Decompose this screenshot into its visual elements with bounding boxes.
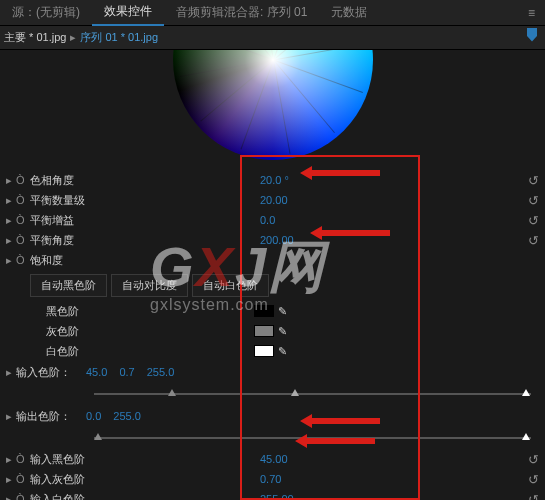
input-black-label: 输入黑色阶 (30, 452, 260, 467)
stopwatch-icon[interactable]: Ò (16, 214, 30, 226)
tab-effect-controls[interactable]: 效果控件 (92, 0, 164, 26)
expand-icon[interactable]: ▸ (6, 214, 16, 227)
expand-icon[interactable]: ▸ (6, 493, 16, 501)
input-level-white[interactable]: 255.0 (147, 366, 175, 378)
expand-icon[interactable]: ▸ (6, 473, 16, 486)
expand-icon[interactable]: ▸ (6, 410, 16, 423)
tab-audio-mixer[interactable]: 音频剪辑混合器: 序列 01 (164, 0, 319, 25)
input-black-value[interactable]: 45.00 (260, 453, 340, 465)
expand-icon[interactable]: ▸ (6, 366, 16, 379)
reset-icon[interactable]: ↺ (528, 472, 539, 487)
output-levels-slider[interactable] (94, 437, 531, 439)
reset-icon[interactable]: ↺ (528, 173, 539, 188)
swatch-gray[interactable] (254, 325, 274, 337)
output-level-low[interactable]: 0.0 (86, 410, 101, 422)
swatch-gray-label: 灰色阶 (46, 324, 254, 339)
stopwatch-icon[interactable]: Ò (16, 174, 30, 186)
stopwatch-icon[interactable]: Ò (16, 194, 30, 206)
auto-white-button[interactable]: 自动白色阶 (192, 274, 269, 297)
param-hue-angle-value[interactable]: 20.0 ° (260, 174, 340, 186)
reset-icon[interactable]: ↺ (528, 492, 539, 501)
reset-icon[interactable]: ↺ (528, 452, 539, 467)
breadcrumb-main: 主要 * 01.jpg (4, 30, 66, 45)
param-balance-gain-label: 平衡增益 (30, 213, 260, 228)
reset-icon[interactable]: ↺ (528, 233, 539, 248)
reset-icon[interactable]: ↺ (528, 213, 539, 228)
tab-source[interactable]: 源：(无剪辑) (0, 0, 92, 25)
input-white-label: 输入白色阶 (30, 492, 260, 501)
breadcrumb: 主要 * 01.jpg ▸ 序列 01 * 01.jpg (0, 26, 545, 50)
input-gray-value[interactable]: 0.70 (260, 473, 340, 485)
color-wheel[interactable] (6, 50, 539, 170)
timeline-playhead[interactable] (485, 26, 545, 50)
chevron-icon: ▸ (70, 31, 76, 44)
input-levels-label: 输入色阶： (16, 365, 86, 380)
swatch-black[interactable] (254, 305, 274, 317)
input-levels-slider[interactable] (94, 393, 531, 395)
expand-icon[interactable]: ▸ (6, 174, 16, 187)
output-level-high[interactable]: 255.0 (113, 410, 141, 422)
stopwatch-icon[interactable]: Ò (16, 493, 30, 500)
expand-icon[interactable]: ▸ (6, 194, 16, 207)
tab-metadata[interactable]: 元数据 (319, 0, 379, 25)
expand-icon[interactable]: ▸ (6, 453, 16, 466)
param-balance-mag-value[interactable]: 20.00 (260, 194, 340, 206)
eyedropper-icon[interactable]: ✎ (278, 325, 287, 338)
stopwatch-icon[interactable]: Ò (16, 234, 30, 246)
eyedropper-icon[interactable]: ✎ (278, 305, 287, 318)
eyedropper-icon[interactable]: ✎ (278, 345, 287, 358)
expand-icon[interactable]: ▸ (6, 254, 16, 267)
stopwatch-icon[interactable]: Ò (16, 473, 30, 485)
breadcrumb-path[interactable]: 序列 01 * 01.jpg (80, 30, 158, 45)
param-balance-mag-label: 平衡数量级 (30, 193, 260, 208)
input-white-value[interactable]: 255.00 (260, 493, 340, 500)
auto-black-button[interactable]: 自动黑色阶 (30, 274, 107, 297)
tab-bar: 源：(无剪辑) 效果控件 音频剪辑混合器: 序列 01 元数据 ≡ (0, 0, 545, 26)
auto-contrast-button[interactable]: 自动对比度 (111, 274, 188, 297)
swatch-white[interactable] (254, 345, 274, 357)
expand-icon[interactable]: ▸ (6, 234, 16, 247)
input-level-black[interactable]: 45.0 (86, 366, 107, 378)
stopwatch-icon[interactable]: Ò (16, 453, 30, 465)
swatch-black-label: 黑色阶 (46, 304, 254, 319)
stopwatch-icon[interactable]: Ò (16, 254, 30, 266)
param-hue-angle-label: 色相角度 (30, 173, 260, 188)
param-balance-gain-value[interactable]: 0.0 (260, 214, 340, 226)
swatch-white-label: 白色阶 (46, 344, 254, 359)
param-balance-angle-value[interactable]: 200.00 (260, 234, 340, 246)
param-saturation-label: 饱和度 (30, 253, 260, 268)
panel-menu-icon[interactable]: ≡ (518, 6, 545, 20)
param-balance-angle-label: 平衡角度 (30, 233, 260, 248)
input-level-gamma[interactable]: 0.7 (119, 366, 134, 378)
output-levels-label: 输出色阶： (16, 409, 86, 424)
input-gray-label: 输入灰色阶 (30, 472, 260, 487)
reset-icon[interactable]: ↺ (528, 193, 539, 208)
